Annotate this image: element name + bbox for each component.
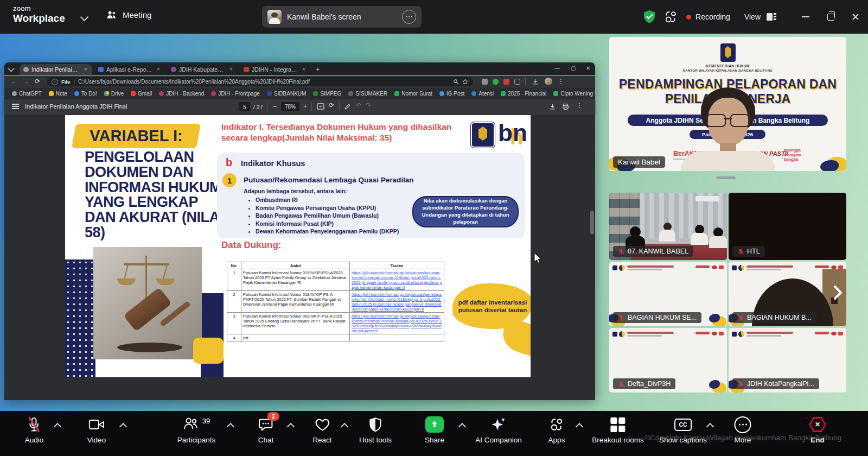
participants-options-chevron[interactable] bbox=[227, 423, 234, 430]
browser-minimize-button[interactable]: — bbox=[554, 65, 560, 71]
file-info-icon[interactable] bbox=[52, 79, 58, 85]
react-options-chevron[interactable] bbox=[341, 423, 348, 430]
chat-options-chevron[interactable] bbox=[287, 423, 295, 430]
tab-meeting[interactable]: Meeting bbox=[106, 10, 151, 20]
window-minimize-button[interactable] bbox=[793, 0, 818, 34]
apps-status-icon[interactable] bbox=[663, 10, 678, 24]
video-tile[interactable]: Defta_DivP3H bbox=[609, 328, 727, 392]
tab-close-icon[interactable] bbox=[228, 67, 234, 72]
forward-icon[interactable]: → bbox=[23, 78, 29, 85]
bookmark-item[interactable]: 2025 - Financial bbox=[501, 91, 546, 97]
bookmark-item[interactable]: Cipto Wening Finan... bbox=[553, 91, 595, 97]
rotate-icon[interactable]: ⟳ bbox=[329, 102, 334, 109]
participants-button[interactable]: 39 Participants bbox=[177, 416, 216, 444]
video-tile[interactable]: HTL bbox=[729, 193, 846, 260]
reload-icon[interactable]: ⟳ bbox=[35, 78, 40, 85]
workspace-chevron-down-icon[interactable] bbox=[81, 14, 87, 20]
show-captions-button[interactable]: Show captions bbox=[659, 416, 707, 444]
panel-resize-handle[interactable] bbox=[716, 176, 736, 179]
tab-close-icon[interactable] bbox=[301, 67, 307, 72]
react-button[interactable]: React bbox=[312, 416, 331, 444]
video-button[interactable]: Video bbox=[87, 416, 106, 444]
apps-button[interactable]: Apps bbox=[548, 416, 565, 444]
captions-options-chevron[interactable] bbox=[706, 423, 714, 430]
zoom-out-icon[interactable]: − bbox=[273, 103, 277, 110]
browser-tab-1[interactable]: Indikator Penilaian Anggota JD bbox=[20, 64, 92, 75]
pdf-menu-icon[interactable] bbox=[12, 104, 19, 105]
pdf-download-icon[interactable] bbox=[549, 103, 556, 110]
browser-menu-kebab-icon[interactable]: ⋮ bbox=[558, 78, 564, 85]
view-layout-icon[interactable] bbox=[766, 12, 777, 22]
more-button[interactable]: More bbox=[735, 416, 751, 444]
browser-maximize-button[interactable]: ▢ bbox=[571, 65, 576, 71]
browser-close-button[interactable]: ✕ bbox=[586, 65, 590, 71]
video-tile-speaker[interactable]: KEMENTERIAN HUKUM KANTOR WILAYAH KEPULAU… bbox=[609, 37, 846, 171]
host-tools-button[interactable]: Host tools bbox=[359, 416, 392, 444]
audio-options-chevron[interactable] bbox=[54, 423, 61, 430]
participants-icon bbox=[183, 416, 199, 431]
bookmark-item[interactable]: Nomor Surat bbox=[394, 91, 432, 97]
bookmark-item[interactable]: SIDBANKUM bbox=[267, 91, 306, 97]
redo-icon[interactable]: ↷ bbox=[366, 102, 371, 109]
bookmark-star-icon[interactable] bbox=[462, 79, 468, 85]
video-tile[interactable]: BAGIAN HUKUM B... bbox=[729, 262, 846, 326]
bookmark-item[interactable]: IG Post bbox=[439, 91, 464, 97]
window-close-button[interactable] bbox=[843, 0, 868, 34]
bookmark-item[interactable]: Gmail bbox=[131, 91, 152, 97]
bookmark-item[interactable]: JDIH - Frontpage bbox=[211, 91, 260, 97]
share-options-button[interactable] bbox=[402, 10, 416, 24]
pdf-page-input[interactable]: 5 bbox=[239, 102, 250, 111]
video-options-chevron[interactable] bbox=[119, 423, 127, 430]
print-icon[interactable] bbox=[562, 103, 569, 110]
bookmark-item[interactable]: SISUMAKER bbox=[348, 91, 387, 97]
video-tile[interactable]: 07. KANWIL BABEL bbox=[609, 193, 727, 260]
pdf-scrollbar-thumb[interactable] bbox=[590, 211, 594, 235]
extension-red-icon[interactable] bbox=[503, 79, 509, 85]
bookmark-item[interactable]: JDIH - Backend bbox=[159, 91, 204, 97]
downloads-icon[interactable] bbox=[532, 78, 539, 85]
undo-icon[interactable]: ↶ bbox=[356, 102, 361, 109]
audio-button[interactable]: Audio bbox=[25, 416, 44, 444]
bookmark-item[interactable]: To Do! bbox=[74, 91, 97, 97]
extension-green-icon[interactable] bbox=[493, 79, 499, 85]
new-tab-button[interactable] bbox=[316, 65, 320, 73]
screen-share-pill[interactable]: Kanwil Babel's screen bbox=[262, 6, 422, 28]
end-button[interactable]: End bbox=[809, 416, 826, 444]
tab-close-icon[interactable] bbox=[156, 67, 161, 72]
video-tile[interactable]: BAGIAN HUKUM SE... bbox=[609, 262, 727, 326]
pdf-zoom-level[interactable]: 78% bbox=[281, 102, 299, 111]
profile-avatar[interactable] bbox=[545, 78, 552, 85]
recording-label[interactable]: Recording bbox=[695, 12, 730, 21]
extensions-puzzle-icon[interactable] bbox=[514, 79, 520, 85]
fit-page-icon[interactable] bbox=[317, 103, 324, 110]
security-shield-icon[interactable] bbox=[643, 10, 656, 24]
apps-options-chevron[interactable] bbox=[576, 423, 583, 430]
annotate-pen-icon[interactable] bbox=[344, 103, 351, 110]
chat-button[interactable]: 2 Chat bbox=[258, 416, 274, 444]
zoom-in-icon[interactable]: + bbox=[303, 103, 307, 110]
bookmark-item[interactable]: SIMPEG bbox=[313, 91, 341, 97]
tab-search-chevron-icon[interactable] bbox=[9, 66, 14, 71]
search-icon[interactable] bbox=[453, 79, 459, 85]
video-tile[interactable]: JDIH KotaPangkalPi... bbox=[729, 328, 846, 392]
share-button[interactable]: Share bbox=[425, 416, 444, 444]
window-restore-button[interactable] bbox=[818, 0, 843, 34]
back-icon[interactable]: ← bbox=[11, 78, 17, 85]
extension-camera-icon[interactable] bbox=[482, 79, 488, 85]
share-options-chevron[interactable] bbox=[458, 423, 466, 430]
bookmark-item[interactable]: Atensi bbox=[471, 91, 494, 97]
muted-mic-icon bbox=[27, 416, 42, 433]
next-videos-arrow[interactable] bbox=[832, 284, 843, 301]
breakout-rooms-button[interactable]: Breakout rooms bbox=[592, 416, 643, 444]
bookmark-item[interactable]: ChatGPT bbox=[12, 91, 42, 97]
browser-tab-4[interactable]: JDIHN - Integrasi Dashboard bbox=[240, 64, 310, 75]
browser-tab-3[interactable]: JDIH Kabupaten Banyuwangi | bbox=[167, 64, 238, 75]
pdf-more-kebab-icon[interactable]: ⋮ bbox=[576, 102, 583, 109]
bookmark-item[interactable]: Note bbox=[49, 91, 67, 97]
bookmark-item[interactable]: Drive bbox=[104, 91, 124, 97]
ai-companion-button[interactable]: AI Companion bbox=[475, 416, 522, 444]
view-button-label[interactable]: View bbox=[744, 12, 761, 21]
address-bar[interactable]: File | C:/Users/fajar/Downloads/Document… bbox=[47, 77, 473, 86]
browser-tab-2[interactable]: Aplikasi e-Report v2.3.0 BPHN bbox=[94, 64, 165, 75]
tab-close-icon[interactable] bbox=[83, 67, 88, 72]
